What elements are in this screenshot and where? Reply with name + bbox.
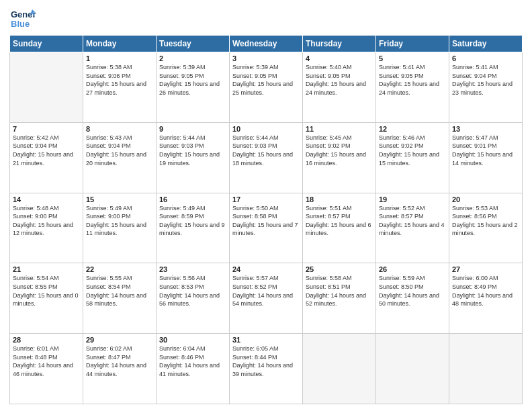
- day-info: Sunrise: 6:00 AMSunset: 8:49 PMDaylight:…: [452, 274, 519, 308]
- day-number: 12: [379, 125, 446, 133]
- calendar-week-5: 28 Sunrise: 6:01 AMSunset: 8:48 PMDaylig…: [10, 334, 523, 404]
- calendar-cell: 7 Sunrise: 5:42 AMSunset: 9:04 PMDayligh…: [10, 122, 83, 193]
- page-container: General Blue SundayMondayTuesdayWednesda…: [0, 0, 532, 411]
- calendar-header-wednesday: Wednesday: [230, 36, 303, 52]
- calendar-cell: 29 Sunrise: 6:02 AMSunset: 8:47 PMDaylig…: [83, 334, 157, 404]
- calendar-cell: 27 Sunrise: 6:00 AMSunset: 8:49 PMDaylig…: [449, 263, 523, 334]
- calendar-week-1: 1 Sunrise: 5:38 AMSunset: 9:06 PMDayligh…: [10, 52, 523, 123]
- day-number: 21: [13, 265, 80, 273]
- calendar-cell: 1 Sunrise: 5:38 AMSunset: 9:06 PMDayligh…: [83, 52, 157, 123]
- calendar-cell: 4 Sunrise: 5:40 AMSunset: 9:05 PMDayligh…: [303, 52, 376, 123]
- calendar-cell: 14 Sunrise: 5:48 AMSunset: 9:00 PMDaylig…: [10, 193, 83, 263]
- day-number: 27: [452, 265, 519, 273]
- calendar-cell: 9 Sunrise: 5:44 AMSunset: 9:03 PMDayligh…: [157, 122, 230, 193]
- day-number: 16: [159, 195, 226, 203]
- day-number: 11: [306, 125, 373, 133]
- day-number: 5: [379, 54, 446, 62]
- day-number: 15: [86, 195, 153, 203]
- day-info: Sunrise: 5:49 AMSunset: 9:00 PMDaylight:…: [86, 204, 153, 238]
- day-number: 26: [379, 265, 446, 273]
- day-info: Sunrise: 5:57 AMSunset: 8:52 PMDaylight:…: [232, 274, 300, 308]
- day-number: 3: [232, 54, 300, 62]
- day-number: 31: [232, 336, 300, 344]
- day-number: 18: [306, 195, 373, 203]
- day-number: 23: [159, 265, 226, 273]
- day-number: 6: [452, 54, 519, 62]
- day-number: 2: [159, 54, 226, 62]
- calendar-cell: 2 Sunrise: 5:39 AMSunset: 9:05 PMDayligh…: [157, 52, 230, 123]
- day-info: Sunrise: 6:02 AMSunset: 8:47 PMDaylight:…: [86, 345, 153, 378]
- calendar-cell: 8 Sunrise: 5:43 AMSunset: 9:04 PMDayligh…: [83, 122, 157, 193]
- day-info: Sunrise: 5:50 AMSunset: 8:58 PMDaylight:…: [232, 204, 300, 238]
- day-info: Sunrise: 5:43 AMSunset: 9:04 PMDaylight:…: [86, 134, 153, 167]
- calendar-table: SundayMondayTuesdayWednesdayThursdayFrid…: [9, 35, 523, 404]
- day-info: Sunrise: 5:40 AMSunset: 9:05 PMDaylight:…: [306, 63, 373, 97]
- day-info: Sunrise: 5:58 AMSunset: 8:51 PMDaylight:…: [306, 274, 373, 308]
- day-info: Sunrise: 5:54 AMSunset: 8:55 PMDaylight:…: [13, 274, 80, 308]
- day-info: Sunrise: 5:59 AMSunset: 8:50 PMDaylight:…: [379, 274, 446, 308]
- day-info: Sunrise: 6:04 AMSunset: 8:46 PMDaylight:…: [159, 345, 226, 378]
- day-info: Sunrise: 6:01 AMSunset: 8:48 PMDaylight:…: [13, 345, 80, 378]
- day-info: Sunrise: 5:46 AMSunset: 9:02 PMDaylight:…: [379, 134, 446, 167]
- day-info: Sunrise: 5:44 AMSunset: 9:03 PMDaylight:…: [159, 134, 226, 167]
- day-number: 25: [306, 265, 373, 273]
- calendar-cell: 28 Sunrise: 6:01 AMSunset: 8:48 PMDaylig…: [10, 334, 83, 404]
- day-info: Sunrise: 5:39 AMSunset: 9:05 PMDaylight:…: [159, 63, 226, 97]
- day-number: 17: [232, 195, 300, 203]
- day-number: 10: [232, 125, 300, 133]
- calendar-cell: 25 Sunrise: 5:58 AMSunset: 8:51 PMDaylig…: [303, 263, 376, 334]
- day-info: Sunrise: 5:47 AMSunset: 9:01 PMDaylight:…: [452, 134, 519, 167]
- logo: General Blue: [9, 7, 36, 31]
- day-number: 19: [379, 195, 446, 203]
- calendar-cell: 22 Sunrise: 5:55 AMSunset: 8:54 PMDaylig…: [83, 263, 157, 334]
- calendar-cell: 26 Sunrise: 5:59 AMSunset: 8:50 PMDaylig…: [376, 263, 449, 334]
- day-number: 20: [452, 195, 519, 203]
- day-number: 8: [86, 125, 153, 133]
- calendar-cell: 18 Sunrise: 5:51 AMSunset: 8:57 PMDaylig…: [303, 193, 376, 263]
- day-info: Sunrise: 6:05 AMSunset: 8:44 PMDaylight:…: [232, 345, 300, 378]
- day-number: 22: [86, 265, 153, 273]
- day-info: Sunrise: 5:38 AMSunset: 9:06 PMDaylight:…: [86, 63, 153, 97]
- calendar-cell: [10, 52, 83, 123]
- calendar-week-4: 21 Sunrise: 5:54 AMSunset: 8:55 PMDaylig…: [10, 263, 523, 334]
- calendar-header-monday: Monday: [83, 36, 157, 52]
- day-info: Sunrise: 5:53 AMSunset: 8:56 PMDaylight:…: [452, 204, 519, 238]
- calendar-header-sunday: Sunday: [10, 36, 83, 52]
- calendar-cell: 23 Sunrise: 5:56 AMSunset: 8:53 PMDaylig…: [157, 263, 230, 334]
- calendar-cell: 31 Sunrise: 6:05 AMSunset: 8:44 PMDaylig…: [230, 334, 303, 404]
- day-info: Sunrise: 5:39 AMSunset: 9:05 PMDaylight:…: [232, 63, 300, 97]
- day-info: Sunrise: 5:45 AMSunset: 9:02 PMDaylight:…: [306, 134, 373, 167]
- calendar-header-thursday: Thursday: [303, 36, 376, 52]
- day-number: 7: [13, 125, 80, 133]
- day-info: Sunrise: 5:44 AMSunset: 9:03 PMDaylight:…: [232, 134, 300, 167]
- calendar-cell: [376, 334, 449, 404]
- day-number: 9: [159, 125, 226, 133]
- day-info: Sunrise: 5:56 AMSunset: 8:53 PMDaylight:…: [159, 274, 226, 308]
- day-info: Sunrise: 5:42 AMSunset: 9:04 PMDaylight:…: [13, 134, 80, 167]
- calendar-week-3: 14 Sunrise: 5:48 AMSunset: 9:00 PMDaylig…: [10, 193, 523, 263]
- day-number: 29: [86, 336, 153, 344]
- day-info: Sunrise: 5:41 AMSunset: 9:04 PMDaylight:…: [452, 63, 519, 97]
- calendar-cell: 12 Sunrise: 5:46 AMSunset: 9:02 PMDaylig…: [376, 122, 449, 193]
- calendar-cell: 5 Sunrise: 5:41 AMSunset: 9:05 PMDayligh…: [376, 52, 449, 123]
- day-info: Sunrise: 5:48 AMSunset: 9:00 PMDaylight:…: [13, 204, 80, 238]
- day-info: Sunrise: 5:55 AMSunset: 8:54 PMDaylight:…: [86, 274, 153, 308]
- calendar-header-tuesday: Tuesday: [157, 36, 230, 52]
- day-number: 13: [452, 125, 519, 133]
- day-info: Sunrise: 5:49 AMSunset: 8:59 PMDaylight:…: [159, 204, 226, 238]
- calendar-cell: 6 Sunrise: 5:41 AMSunset: 9:04 PMDayligh…: [449, 52, 523, 123]
- day-number: 28: [13, 336, 80, 344]
- day-number: 30: [159, 336, 226, 344]
- calendar-header-friday: Friday: [376, 36, 449, 52]
- calendar-cell: 16 Sunrise: 5:49 AMSunset: 8:59 PMDaylig…: [157, 193, 230, 263]
- calendar-cell: 21 Sunrise: 5:54 AMSunset: 8:55 PMDaylig…: [10, 263, 83, 334]
- calendar-cell: 20 Sunrise: 5:53 AMSunset: 8:56 PMDaylig…: [449, 193, 523, 263]
- calendar-cell: 11 Sunrise: 5:45 AMSunset: 9:02 PMDaylig…: [303, 122, 376, 193]
- day-number: 4: [306, 54, 373, 62]
- calendar-cell: 13 Sunrise: 5:47 AMSunset: 9:01 PMDaylig…: [449, 122, 523, 193]
- day-info: Sunrise: 5:51 AMSunset: 8:57 PMDaylight:…: [306, 204, 373, 238]
- day-info: Sunrise: 5:52 AMSunset: 8:57 PMDaylight:…: [379, 204, 446, 238]
- calendar-cell: [449, 334, 523, 404]
- calendar-cell: 17 Sunrise: 5:50 AMSunset: 8:58 PMDaylig…: [230, 193, 303, 263]
- calendar-header-saturday: Saturday: [449, 36, 523, 52]
